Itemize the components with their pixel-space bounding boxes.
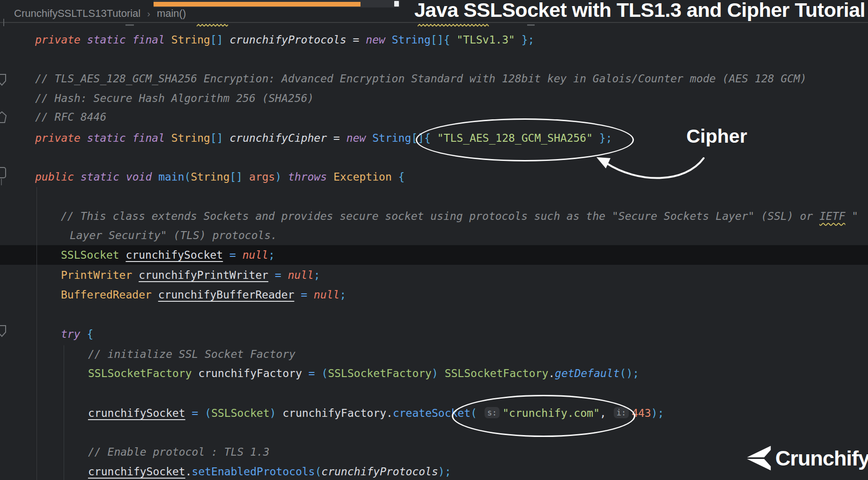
code-token bbox=[450, 34, 456, 46]
code-token bbox=[327, 171, 333, 183]
parameter-hint: s: bbox=[485, 407, 500, 418]
code-token: ( bbox=[471, 407, 477, 419]
code-token: . bbox=[548, 367, 555, 379]
code-line[interactable]: Layer Security" (TLS) protocols. bbox=[70, 225, 277, 245]
gutter-fold-icon[interactable] bbox=[0, 325, 7, 338]
code-token: ( bbox=[322, 367, 328, 379]
crunchify-logo-icon bbox=[745, 444, 772, 473]
ide-editor-screenshot: CrunchifySSLTLS13Tutorial › main() Java … bbox=[0, 0, 868, 480]
code-line[interactable]: private static final String[] crunchifyC… bbox=[35, 128, 612, 148]
code-token: . bbox=[386, 407, 393, 419]
code-token bbox=[192, 367, 199, 379]
code-line[interactable]: try { bbox=[61, 324, 93, 344]
code-line[interactable]: SSLSocket crunchifySocket = null; bbox=[61, 245, 275, 265]
code-line[interactable]: private static final String[] crunchifyP… bbox=[35, 30, 534, 50]
crunchify-logo-text: Crunchify bbox=[775, 446, 868, 471]
code-token: SSLSocketFactory bbox=[445, 367, 549, 379]
gutter-fold-icon[interactable] bbox=[0, 167, 7, 186]
code-token bbox=[81, 132, 87, 144]
code-token bbox=[223, 34, 230, 46]
code-token: { bbox=[392, 171, 405, 183]
code-line[interactable]: // This class extends Sockets and provid… bbox=[61, 206, 858, 226]
code-token: []{ bbox=[431, 34, 450, 46]
code-token: crunchifyFactory bbox=[198, 367, 302, 379]
code-token: crunchifyPrintWriter bbox=[139, 269, 268, 281]
code-line[interactable]: public static void main(String[] args) t… bbox=[35, 167, 405, 187]
code-token: [] bbox=[230, 171, 243, 183]
code-token: = bbox=[223, 249, 243, 261]
code-token: crunchifyProtocols bbox=[230, 34, 346, 46]
code-token: setEnabledProtocols bbox=[192, 465, 315, 478]
code-line[interactable]: // Enable protocol : TLS 1.3 bbox=[88, 442, 270, 462]
code-token bbox=[431, 132, 437, 144]
code-token: static bbox=[87, 132, 126, 144]
code-token: ) bbox=[270, 407, 276, 419]
code-token: ) bbox=[432, 367, 438, 379]
fold-dash bbox=[527, 24, 535, 26]
code-token: try bbox=[61, 328, 81, 340]
chevron-right-icon: › bbox=[147, 8, 150, 19]
parameter-hint: i: bbox=[614, 407, 629, 418]
code-token: = bbox=[302, 367, 322, 379]
code-token: private bbox=[35, 132, 81, 144]
code-token: static bbox=[87, 34, 126, 46]
code-line[interactable]: SSLSocketFactory crunchifyFactory = (SSL… bbox=[88, 364, 639, 383]
code-token: SSLSocketFactory bbox=[328, 367, 432, 379]
code-token: // TLS_AES_128_GCM_SHA256 Encryption: Ad… bbox=[35, 73, 807, 85]
code-token bbox=[81, 34, 87, 46]
code-token: crunchifyProtocols bbox=[322, 465, 438, 478]
code-line[interactable]: crunchifySocket = (SSLSocket) crunchifyF… bbox=[88, 403, 664, 423]
breadcrumb-method[interactable]: main() bbox=[157, 7, 186, 20]
code-token: null bbox=[314, 289, 339, 301]
code-token bbox=[74, 171, 81, 183]
code-token: String bbox=[171, 132, 210, 144]
code-token: void bbox=[126, 171, 152, 183]
gutter-tick bbox=[3, 19, 4, 26]
code-token: ; bbox=[268, 249, 275, 261]
code-token: 443 bbox=[632, 407, 651, 419]
gutter-fold-icon[interactable] bbox=[0, 73, 7, 87]
code-token: ); bbox=[438, 465, 451, 478]
code-token: public bbox=[35, 171, 74, 183]
code-line[interactable]: // Hash: Secure Hash Algorithm 256 (SHA2… bbox=[35, 88, 314, 108]
code-token bbox=[515, 34, 522, 46]
code-token: String bbox=[171, 34, 210, 46]
code-token: ); bbox=[651, 407, 664, 419]
code-token: = bbox=[346, 34, 366, 46]
code-token: new bbox=[346, 132, 366, 144]
code-token bbox=[126, 132, 132, 144]
code-line[interactable]: crunchifySocket.setEnabledProtocols(crun… bbox=[88, 462, 451, 480]
code-token bbox=[385, 34, 392, 46]
code-token bbox=[366, 132, 372, 144]
code-token: crunchifyBufferReader bbox=[158, 289, 294, 301]
code-line[interactable]: PrintWriter crunchifyPrintWriter = null; bbox=[61, 265, 320, 285]
code-token: }; bbox=[599, 132, 612, 144]
code-token bbox=[438, 367, 445, 379]
code-token: BufferedReader bbox=[61, 289, 152, 301]
page-title: Java SSLSocket with TLS1.3 and Cipher Tu… bbox=[414, 0, 865, 22]
code-line[interactable]: BufferedReader crunchifyBufferReader = n… bbox=[61, 285, 346, 305]
code-token: crunchifySocket bbox=[88, 407, 185, 419]
code-token: { bbox=[81, 328, 94, 340]
gutter-bookmark-icon[interactable] bbox=[0, 111, 7, 124]
code-token: new bbox=[366, 34, 385, 46]
code-token: final bbox=[132, 34, 165, 46]
breadcrumb-file[interactable]: CrunchifySSLTLS13Tutorial bbox=[14, 7, 140, 20]
code-line[interactable]: // TLS_AES_128_GCM_SHA256 Encryption: Ad… bbox=[35, 69, 807, 88]
code-token: = bbox=[185, 407, 205, 419]
code-token: main bbox=[158, 171, 184, 183]
scroll-marker bbox=[394, 1, 399, 7]
code-token: crunchifyFactory bbox=[282, 407, 386, 419]
code-token bbox=[281, 171, 288, 183]
code-token: "crunchify.com" bbox=[502, 407, 600, 419]
code-token: [] bbox=[210, 34, 223, 46]
code-token: ( bbox=[184, 171, 191, 183]
code-token: = bbox=[327, 132, 346, 144]
code-line[interactable]: // initialize SSL Socket Factory bbox=[88, 344, 295, 364]
code-token: = bbox=[268, 269, 288, 281]
code-line[interactable]: // RFC 8446 bbox=[35, 107, 106, 127]
code-token: ( bbox=[315, 465, 322, 478]
code-token: null bbox=[288, 269, 314, 281]
code-token bbox=[593, 132, 599, 144]
code-token: getDefault bbox=[555, 367, 619, 379]
